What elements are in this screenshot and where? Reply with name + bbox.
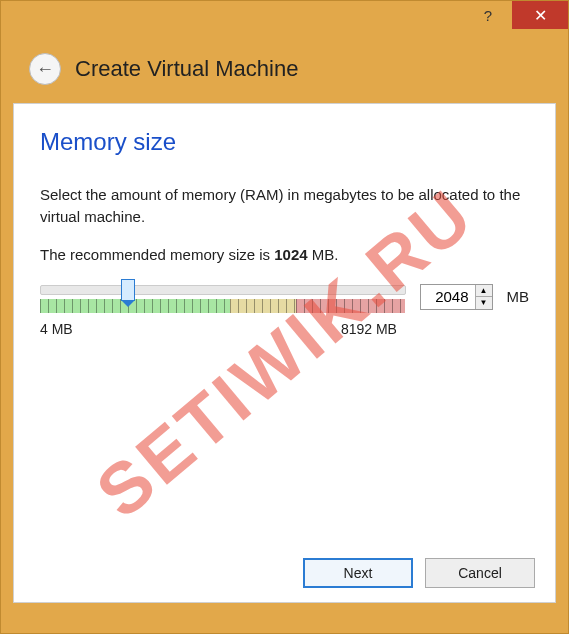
memory-input[interactable] (421, 286, 475, 307)
spinner-down-icon[interactable]: ▼ (476, 297, 492, 309)
unit-label: MB (507, 288, 530, 305)
slider-thumb[interactable] (121, 279, 135, 301)
help-button[interactable]: ? (464, 1, 512, 29)
recommendation-text: The recommended memory size is 1024 MB. (40, 246, 529, 263)
footer-buttons: Next Cancel (303, 558, 535, 588)
slider-zone-danger (296, 299, 406, 313)
spinner-buttons: ▲ ▼ (475, 285, 492, 309)
slider-ticks (40, 299, 406, 313)
memory-slider[interactable] (40, 279, 406, 315)
recommend-prefix: The recommended memory size is (40, 246, 274, 263)
memory-slider-row: ▲ ▼ MB (40, 279, 529, 315)
slider-zone-warn (230, 299, 296, 313)
slider-min-label: 4 MB (40, 321, 73, 337)
content-panel: Memory size Select the amount of memory … (13, 103, 556, 603)
header: ← Create Virtual Machine (1, 41, 568, 103)
slider-range-labels: 4 MB 8192 MB (40, 321, 397, 337)
slider-zone-safe (40, 299, 230, 313)
page-title: Create Virtual Machine (75, 56, 298, 82)
memory-spinner[interactable]: ▲ ▼ (420, 284, 493, 310)
back-button[interactable]: ← (29, 53, 61, 85)
cancel-button[interactable]: Cancel (425, 558, 535, 588)
close-button[interactable]: ✕ (512, 1, 568, 29)
section-title: Memory size (40, 128, 529, 156)
recommend-value: 1024 (274, 246, 307, 263)
slider-track (40, 285, 406, 295)
dialog-window: ? ✕ ← Create Virtual Machine Memory size… (0, 0, 569, 634)
slider-max-label: 8192 MB (341, 321, 397, 337)
titlebar: ? ✕ (1, 1, 568, 41)
next-button[interactable]: Next (303, 558, 413, 588)
recommend-suffix: MB. (308, 246, 339, 263)
description-text: Select the amount of memory (RAM) in meg… (40, 184, 529, 228)
spinner-up-icon[interactable]: ▲ (476, 285, 492, 297)
back-arrow-icon: ← (36, 59, 54, 80)
